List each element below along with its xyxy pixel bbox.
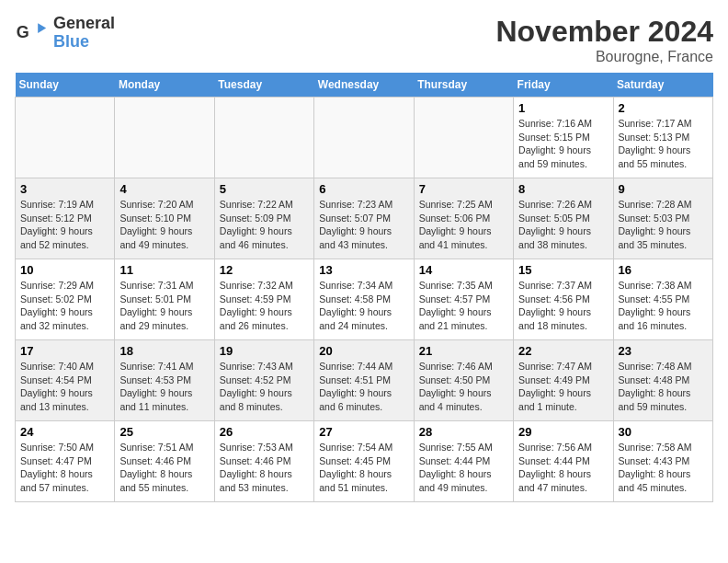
day-info: Sunrise: 7:54 AM Sunset: 4:45 PM Dayligh… <box>319 441 408 495</box>
day-info: Sunrise: 7:56 AM Sunset: 4:44 PM Dayligh… <box>518 441 608 495</box>
day-number: 1 <box>518 101 608 115</box>
day-info: Sunrise: 7:48 AM Sunset: 4:48 PM Dayligh… <box>619 360 708 414</box>
calendar-header-row: SundayMondayTuesdayWednesdayThursdayFrid… <box>16 73 713 98</box>
calendar-cell: 23Sunrise: 7:48 AM Sunset: 4:48 PM Dayli… <box>613 340 712 421</box>
day-number: 27 <box>319 425 408 439</box>
day-info: Sunrise: 7:47 AM Sunset: 4:49 PM Dayligh… <box>518 360 608 414</box>
calendar-cell: 3Sunrise: 7:19 AM Sunset: 5:12 PM Daylig… <box>16 178 115 259</box>
day-number: 16 <box>619 263 708 277</box>
calendar-header-monday: Monday <box>115 73 214 98</box>
calendar-week-4: 24Sunrise: 7:50 AM Sunset: 4:47 PM Dayli… <box>16 421 713 502</box>
calendar-cell: 20Sunrise: 7:44 AM Sunset: 4:51 PM Dayli… <box>314 340 414 421</box>
day-info: Sunrise: 7:40 AM Sunset: 4:54 PM Dayligh… <box>20 360 109 414</box>
calendar-cell: 12Sunrise: 7:32 AM Sunset: 4:59 PM Dayli… <box>214 259 313 340</box>
calendar-cell <box>16 98 115 178</box>
calendar-header-tuesday: Tuesday <box>214 73 313 98</box>
calendar-cell: 13Sunrise: 7:34 AM Sunset: 4:58 PM Dayli… <box>314 259 414 340</box>
day-info: Sunrise: 7:29 AM Sunset: 5:02 PM Dayligh… <box>20 279 109 333</box>
calendar-cell: 11Sunrise: 7:31 AM Sunset: 5:01 PM Dayli… <box>115 259 214 340</box>
page-header: G General Blue November 2024 Bourogne, F… <box>15 15 713 65</box>
day-info: Sunrise: 7:37 AM Sunset: 4:56 PM Dayligh… <box>518 279 608 333</box>
calendar-cell: 15Sunrise: 7:37 AM Sunset: 4:56 PM Dayli… <box>514 259 613 340</box>
day-info: Sunrise: 7:16 AM Sunset: 5:15 PM Dayligh… <box>518 117 608 171</box>
day-number: 20 <box>319 344 408 358</box>
calendar-cell: 8Sunrise: 7:26 AM Sunset: 5:05 PM Daylig… <box>514 178 613 259</box>
calendar-cell: 25Sunrise: 7:51 AM Sunset: 4:46 PM Dayli… <box>115 421 214 502</box>
calendar-cell: 30Sunrise: 7:58 AM Sunset: 4:43 PM Dayli… <box>613 421 712 502</box>
calendar-week-0: 1Sunrise: 7:16 AM Sunset: 5:15 PM Daylig… <box>16 98 713 178</box>
day-number: 17 <box>20 344 109 358</box>
day-info: Sunrise: 7:38 AM Sunset: 4:55 PM Dayligh… <box>619 279 708 333</box>
day-info: Sunrise: 7:51 AM Sunset: 4:46 PM Dayligh… <box>119 441 209 495</box>
day-info: Sunrise: 7:35 AM Sunset: 4:57 PM Dayligh… <box>419 279 508 333</box>
day-info: Sunrise: 7:32 AM Sunset: 4:59 PM Dayligh… <box>220 279 309 333</box>
day-info: Sunrise: 7:19 AM Sunset: 5:12 PM Dayligh… <box>20 198 109 252</box>
day-number: 6 <box>319 182 408 196</box>
day-number: 5 <box>220 182 309 196</box>
day-info: Sunrise: 7:20 AM Sunset: 5:10 PM Dayligh… <box>119 198 209 252</box>
day-info: Sunrise: 7:58 AM Sunset: 4:43 PM Dayligh… <box>619 441 708 495</box>
day-number: 18 <box>119 344 209 358</box>
calendar-header-wednesday: Wednesday <box>314 73 414 98</box>
day-info: Sunrise: 7:46 AM Sunset: 4:50 PM Dayligh… <box>419 360 508 414</box>
calendar-header-sunday: Sunday <box>16 73 115 98</box>
calendar-cell: 9Sunrise: 7:28 AM Sunset: 5:03 PM Daylig… <box>613 178 712 259</box>
calendar-cell: 2Sunrise: 7:17 AM Sunset: 5:13 PM Daylig… <box>613 98 712 178</box>
calendar-cell <box>314 98 414 178</box>
day-info: Sunrise: 7:34 AM Sunset: 4:58 PM Dayligh… <box>319 279 408 333</box>
logo: G General Blue <box>15 15 115 52</box>
day-info: Sunrise: 7:31 AM Sunset: 5:01 PM Dayligh… <box>119 279 209 333</box>
day-number: 9 <box>619 182 708 196</box>
day-info: Sunrise: 7:41 AM Sunset: 4:53 PM Dayligh… <box>119 360 209 414</box>
calendar-cell <box>414 98 513 178</box>
day-number: 21 <box>419 344 508 358</box>
calendar-cell: 24Sunrise: 7:50 AM Sunset: 4:47 PM Dayli… <box>16 421 115 502</box>
calendar-cell: 7Sunrise: 7:25 AM Sunset: 5:06 PM Daylig… <box>414 178 513 259</box>
calendar-cell: 28Sunrise: 7:55 AM Sunset: 4:44 PM Dayli… <box>414 421 513 502</box>
calendar-cell: 26Sunrise: 7:53 AM Sunset: 4:46 PM Dayli… <box>214 421 313 502</box>
calendar-body: 1Sunrise: 7:16 AM Sunset: 5:15 PM Daylig… <box>16 98 713 502</box>
location: Bourogne, France <box>495 49 713 65</box>
day-number: 28 <box>419 425 508 439</box>
logo-text: General Blue <box>53 15 115 52</box>
calendar-cell <box>214 98 313 178</box>
calendar-cell: 18Sunrise: 7:41 AM Sunset: 4:53 PM Dayli… <box>115 340 214 421</box>
calendar-cell: 27Sunrise: 7:54 AM Sunset: 4:45 PM Dayli… <box>314 421 414 502</box>
day-info: Sunrise: 7:25 AM Sunset: 5:06 PM Dayligh… <box>419 198 508 252</box>
day-info: Sunrise: 7:50 AM Sunset: 4:47 PM Dayligh… <box>20 441 109 495</box>
day-info: Sunrise: 7:44 AM Sunset: 4:51 PM Dayligh… <box>319 360 408 414</box>
calendar-header-thursday: Thursday <box>414 73 513 98</box>
logo-icon: G <box>15 17 48 50</box>
day-info: Sunrise: 7:53 AM Sunset: 4:46 PM Dayligh… <box>220 441 309 495</box>
day-number: 25 <box>119 425 209 439</box>
day-number: 22 <box>518 344 608 358</box>
day-number: 2 <box>619 101 708 115</box>
day-number: 13 <box>319 263 408 277</box>
day-number: 4 <box>119 182 209 196</box>
calendar-cell: 1Sunrise: 7:16 AM Sunset: 5:15 PM Daylig… <box>514 98 613 178</box>
title-section: November 2024 Bourogne, France <box>495 15 713 65</box>
calendar-cell: 14Sunrise: 7:35 AM Sunset: 4:57 PM Dayli… <box>414 259 513 340</box>
day-number: 3 <box>20 182 109 196</box>
day-number: 24 <box>20 425 109 439</box>
calendar-cell: 21Sunrise: 7:46 AM Sunset: 4:50 PM Dayli… <box>414 340 513 421</box>
day-number: 12 <box>220 263 309 277</box>
day-number: 29 <box>518 425 608 439</box>
day-number: 8 <box>518 182 608 196</box>
calendar-cell: 4Sunrise: 7:20 AM Sunset: 5:10 PM Daylig… <box>115 178 214 259</box>
svg-text:G: G <box>17 23 29 41</box>
calendar-cell: 29Sunrise: 7:56 AM Sunset: 4:44 PM Dayli… <box>514 421 613 502</box>
day-info: Sunrise: 7:26 AM Sunset: 5:05 PM Dayligh… <box>518 198 608 252</box>
day-number: 26 <box>220 425 309 439</box>
day-info: Sunrise: 7:28 AM Sunset: 5:03 PM Dayligh… <box>619 198 708 252</box>
calendar-table: SundayMondayTuesdayWednesdayThursdayFrid… <box>15 73 713 502</box>
logo-line1: General <box>53 15 115 33</box>
day-number: 14 <box>419 263 508 277</box>
day-info: Sunrise: 7:43 AM Sunset: 4:52 PM Dayligh… <box>220 360 309 414</box>
day-info: Sunrise: 7:55 AM Sunset: 4:44 PM Dayligh… <box>419 441 508 495</box>
svg-marker-1 <box>38 23 46 33</box>
logo-line2: Blue <box>53 33 115 52</box>
day-number: 10 <box>20 263 109 277</box>
calendar-cell: 6Sunrise: 7:23 AM Sunset: 5:07 PM Daylig… <box>314 178 414 259</box>
calendar-header-friday: Friday <box>514 73 613 98</box>
